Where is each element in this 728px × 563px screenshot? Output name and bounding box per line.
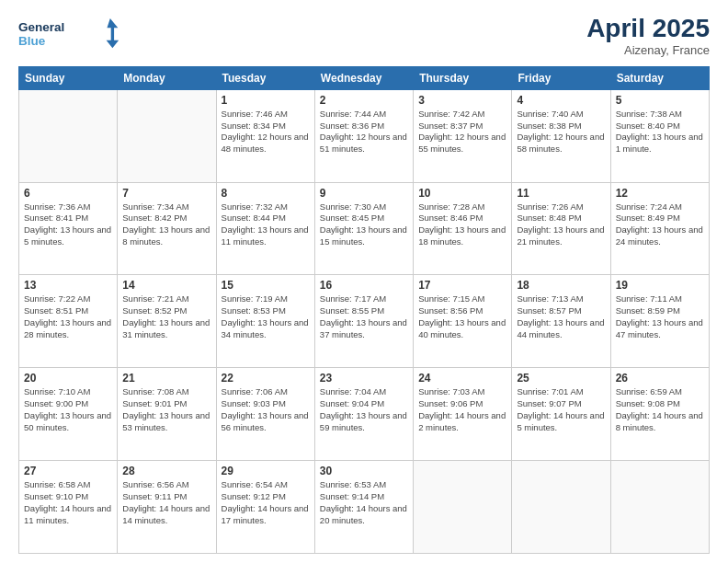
logo: General Blue [18,15,119,53]
day-number: 6 [24,187,112,200]
day-info: Sunrise: 7:34 AM Sunset: 8:42 PM Dayligh… [122,201,210,248]
month-year-title: April 2025 [586,15,710,43]
calendar-cell: 6Sunrise: 7:36 AM Sunset: 8:41 PM Daylig… [19,182,118,275]
calendar-cell: 5Sunrise: 7:38 AM Sunset: 8:40 PM Daylig… [610,89,709,182]
header-monday: Monday [118,66,216,89]
calendar-cell: 11Sunrise: 7:26 AM Sunset: 8:48 PM Dayli… [512,182,610,275]
day-number: 16 [320,279,408,292]
day-info: Sunrise: 6:56 AM Sunset: 9:11 PM Dayligh… [122,479,210,526]
svg-text:Blue: Blue [18,34,46,48]
calendar-cell: 27Sunrise: 6:58 AM Sunset: 9:10 PM Dayli… [19,461,118,554]
day-number: 22 [222,372,310,385]
calendar-cell: 17Sunrise: 7:15 AM Sunset: 8:56 PM Dayli… [414,275,512,368]
day-number: 13 [24,279,112,292]
day-info: Sunrise: 7:01 AM Sunset: 9:07 PM Dayligh… [517,386,605,433]
day-number: 8 [222,187,310,200]
calendar-cell: 2Sunrise: 7:44 AM Sunset: 8:36 PM Daylig… [314,89,413,182]
weekday-header-row: Sunday Monday Tuesday Wednesday Thursday… [19,66,710,89]
day-number: 28 [122,465,210,477]
day-number: 3 [418,94,506,107]
calendar-cell: 30Sunrise: 6:53 AM Sunset: 9:14 PM Dayli… [314,461,413,554]
calendar-cell: 15Sunrise: 7:19 AM Sunset: 8:53 PM Dayli… [216,275,314,368]
day-number: 30 [320,465,408,477]
calendar-cell: 19Sunrise: 7:11 AM Sunset: 8:59 PM Dayli… [610,275,709,368]
day-number: 12 [616,187,704,200]
calendar-cell [512,461,610,554]
day-number: 23 [320,372,408,385]
day-info: Sunrise: 7:10 AM Sunset: 9:00 PM Dayligh… [24,386,112,433]
header: General Blue April 2025 Aizenay, France [18,15,710,57]
day-number: 20 [24,372,112,385]
svg-marker-2 [107,18,119,48]
day-info: Sunrise: 7:08 AM Sunset: 9:01 PM Dayligh… [122,386,210,433]
day-number: 5 [616,94,704,107]
calendar-cell: 12Sunrise: 7:24 AM Sunset: 8:49 PM Dayli… [610,182,709,275]
day-info: Sunrise: 7:32 AM Sunset: 8:44 PM Dayligh… [222,201,310,248]
day-number: 29 [222,465,310,477]
calendar-cell: 3Sunrise: 7:42 AM Sunset: 8:37 PM Daylig… [414,89,512,182]
header-wednesday: Wednesday [314,66,413,89]
calendar-cell: 23Sunrise: 7:04 AM Sunset: 9:04 PM Dayli… [314,368,413,461]
calendar-cell: 28Sunrise: 6:56 AM Sunset: 9:11 PM Dayli… [118,461,216,554]
calendar-week-row: 6Sunrise: 7:36 AM Sunset: 8:41 PM Daylig… [19,182,710,275]
calendar-cell [118,89,216,182]
day-number: 17 [418,279,506,292]
calendar-cell: 21Sunrise: 7:08 AM Sunset: 9:01 PM Dayli… [118,368,216,461]
calendar-week-row: 13Sunrise: 7:22 AM Sunset: 8:51 PM Dayli… [19,275,710,368]
day-info: Sunrise: 7:44 AM Sunset: 8:36 PM Dayligh… [320,109,408,155]
calendar-cell: 24Sunrise: 7:03 AM Sunset: 9:06 PM Dayli… [414,368,512,461]
day-info: Sunrise: 7:42 AM Sunset: 8:37 PM Dayligh… [418,109,506,155]
calendar-week-row: 1Sunrise: 7:46 AM Sunset: 8:34 PM Daylig… [19,89,710,182]
header-friday: Friday [512,66,610,89]
day-number: 11 [517,187,605,200]
header-saturday: Saturday [610,66,709,89]
calendar-cell: 18Sunrise: 7:13 AM Sunset: 8:57 PM Dayli… [512,275,610,368]
calendar-cell: 14Sunrise: 7:21 AM Sunset: 8:52 PM Dayli… [118,275,216,368]
day-number: 10 [418,187,506,200]
calendar-cell: 1Sunrise: 7:46 AM Sunset: 8:34 PM Daylig… [216,89,314,182]
day-info: Sunrise: 7:26 AM Sunset: 8:48 PM Dayligh… [517,201,605,248]
calendar-cell [19,89,118,182]
title-block: April 2025 Aizenay, France [586,15,710,57]
page: General Blue April 2025 Aizenay, France … [0,0,728,563]
calendar-cell: 4Sunrise: 7:40 AM Sunset: 8:38 PM Daylig… [512,89,610,182]
calendar-cell: 20Sunrise: 7:10 AM Sunset: 9:00 PM Dayli… [19,368,118,461]
day-number: 25 [517,372,605,385]
day-info: Sunrise: 7:17 AM Sunset: 8:55 PM Dayligh… [320,293,408,340]
day-number: 15 [222,279,310,292]
day-number: 26 [616,372,704,385]
calendar-cell [610,461,709,554]
day-info: Sunrise: 6:58 AM Sunset: 9:10 PM Dayligh… [24,479,112,526]
day-info: Sunrise: 7:46 AM Sunset: 8:34 PM Dayligh… [222,109,310,155]
day-info: Sunrise: 7:04 AM Sunset: 9:04 PM Dayligh… [320,386,408,433]
calendar-cell: 9Sunrise: 7:30 AM Sunset: 8:45 PM Daylig… [314,182,413,275]
day-number: 21 [122,372,210,385]
svg-text:General: General [18,20,64,34]
day-number: 14 [122,279,210,292]
calendar-week-row: 27Sunrise: 6:58 AM Sunset: 9:10 PM Dayli… [19,461,710,554]
calendar-cell: 25Sunrise: 7:01 AM Sunset: 9:07 PM Dayli… [512,368,610,461]
day-info: Sunrise: 7:11 AM Sunset: 8:59 PM Dayligh… [616,293,704,340]
day-info: Sunrise: 7:38 AM Sunset: 8:40 PM Dayligh… [616,109,704,155]
day-info: Sunrise: 7:36 AM Sunset: 8:41 PM Dayligh… [24,201,112,248]
day-number: 7 [122,187,210,200]
day-number: 24 [418,372,506,385]
location-subtitle: Aizenay, France [586,43,710,57]
calendar-cell: 8Sunrise: 7:32 AM Sunset: 8:44 PM Daylig… [216,182,314,275]
day-info: Sunrise: 7:40 AM Sunset: 8:38 PM Dayligh… [517,109,605,155]
day-info: Sunrise: 7:21 AM Sunset: 8:52 PM Dayligh… [122,293,210,340]
day-number: 9 [320,187,408,200]
day-number: 4 [517,94,605,107]
header-tuesday: Tuesday [216,66,314,89]
calendar-cell: 26Sunrise: 6:59 AM Sunset: 9:08 PM Dayli… [610,368,709,461]
day-info: Sunrise: 7:22 AM Sunset: 8:51 PM Dayligh… [24,293,112,340]
day-number: 2 [320,94,408,107]
day-number: 27 [24,465,112,477]
logo-svg: General Blue [18,15,119,53]
day-info: Sunrise: 7:03 AM Sunset: 9:06 PM Dayligh… [418,386,506,433]
day-info: Sunrise: 7:19 AM Sunset: 8:53 PM Dayligh… [222,293,310,340]
day-info: Sunrise: 7:24 AM Sunset: 8:49 PM Dayligh… [616,201,704,248]
day-info: Sunrise: 6:53 AM Sunset: 9:14 PM Dayligh… [320,479,408,526]
header-thursday: Thursday [414,66,512,89]
day-number: 19 [616,279,704,292]
